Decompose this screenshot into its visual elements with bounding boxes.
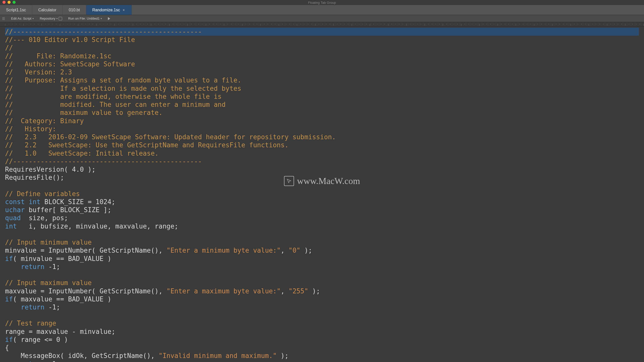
code-line[interactable]: // Category: Binary	[5, 117, 639, 125]
code-line[interactable]: // Input maximum value	[5, 279, 639, 287]
code-line[interactable]: // If a selection is made only the selec…	[5, 84, 639, 93]
code-line[interactable]: if( minvalue == BAD_VALUE )	[5, 255, 639, 263]
code-line[interactable]	[5, 311, 639, 319]
code-line[interactable]: return -1;	[5, 263, 639, 271]
chevron-down-icon: ▾	[32, 17, 34, 20]
code-line[interactable]: range = maxvalue - minvalue;	[5, 328, 639, 336]
code-line[interactable]: // Define variables	[5, 190, 639, 198]
maximize-window-button[interactable]	[13, 1, 16, 4]
code-line[interactable]: // File: Randomize.1sc	[5, 52, 639, 60]
play-icon	[108, 17, 110, 20]
column-ruler	[0, 22, 644, 27]
code-line[interactable]: if( maxvalue == BAD_VALUE )	[5, 295, 639, 303]
code-line[interactable]: int i, bufsize, minvalue, maxvalue, rang…	[5, 222, 639, 230]
toolbar: Edit As: Script▾ Repository▾ Run on File…	[0, 15, 644, 22]
close-tab-icon[interactable]: ×	[122, 8, 126, 12]
window-titlebar: Floating Tab Group	[0, 0, 644, 5]
code-line[interactable]: // Version: 2.3	[5, 68, 639, 76]
code-line[interactable]: if( range <= 0 )	[5, 336, 639, 344]
code-line[interactable]: {	[5, 344, 639, 352]
tab-script1[interactable]: Script1.1sc	[0, 5, 32, 15]
menu-icon[interactable]	[2, 17, 5, 20]
code-line[interactable]: minvalue = InputNumber( GetScriptName(),…	[5, 246, 639, 254]
repository-icon	[59, 17, 62, 20]
code-line[interactable]: RequiresVersion( 4.0 );	[5, 165, 639, 173]
code-line[interactable]: maxvalue = InputNumber( GetScriptName(),…	[5, 287, 639, 295]
run-button[interactable]	[108, 17, 110, 20]
code-line[interactable]: // Input minimum value	[5, 238, 639, 246]
code-editor[interactable]: //--------------------------------------…	[0, 27, 644, 362]
code-line[interactable]: //--------------------------------------…	[5, 28, 639, 36]
code-line[interactable]: return -1;	[5, 303, 639, 311]
code-line[interactable]: return -1;	[5, 360, 639, 362]
code-line[interactable]: uchar buffer[ BLOCK_SIZE ];	[5, 206, 639, 214]
code-line[interactable]: //--------------------------------------…	[5, 157, 639, 165]
code-line[interactable]: //--- 010 Editor v1.0 Script File	[5, 36, 639, 44]
tab-randomize[interactable]: Randomize.1sc ×	[86, 5, 132, 15]
chevron-down-icon: ▾	[101, 17, 102, 20]
code-line[interactable]: // 2.3 2016-02-09 SweetScape Software: U…	[5, 133, 639, 141]
code-line[interactable]	[5, 230, 639, 238]
traffic-lights	[3, 1, 16, 4]
code-line[interactable]: //	[5, 44, 639, 52]
code-line[interactable]: // modified. The user can enter a minimu…	[5, 101, 639, 109]
code-line[interactable]: // 2.2 SweetScape: Use the GetScriptName…	[5, 141, 639, 149]
tab-calculator[interactable]: Calculator	[32, 5, 63, 15]
code-line[interactable]: quad size, pos;	[5, 214, 639, 222]
chevron-down-icon: ▾	[56, 17, 58, 20]
tab-010bt[interactable]: 010.bt	[63, 5, 86, 15]
code-line[interactable]	[5, 271, 639, 279]
repository-dropdown[interactable]: Repository▾	[40, 17, 62, 20]
code-line[interactable]	[5, 182, 639, 190]
run-on-file-dropdown[interactable]: Run on File: Untitled1▾	[68, 17, 102, 20]
code-line[interactable]: // Authors: SweetScape Software	[5, 60, 639, 68]
code-line[interactable]: const int BLOCK_SIZE = 1024;	[5, 198, 639, 206]
code-line[interactable]: // maximum value to generate.	[5, 109, 639, 117]
code-line[interactable]: // 1.0 SweetScape: Initial release.	[5, 149, 639, 157]
tab-bar: Script1.1sc Calculator 010.bt Randomize.…	[0, 5, 644, 15]
close-window-button[interactable]	[3, 1, 6, 4]
code-line[interactable]: // are modified, otherwise the whole fil…	[5, 93, 639, 101]
code-line[interactable]: MessageBox( idOk, GetScriptName(), "Inva…	[5, 352, 639, 360]
minimize-window-button[interactable]	[8, 1, 11, 4]
code-line[interactable]: // History:	[5, 125, 639, 133]
window-title: Floating Tab Group	[308, 1, 336, 5]
code-line[interactable]: // Test range	[5, 319, 639, 327]
code-line[interactable]: // Purpose: Assigns a set of random byte…	[5, 76, 639, 84]
edit-as-dropdown[interactable]: Edit As: Script▾	[11, 17, 34, 20]
code-line[interactable]: RequiresFile();	[5, 173, 639, 182]
